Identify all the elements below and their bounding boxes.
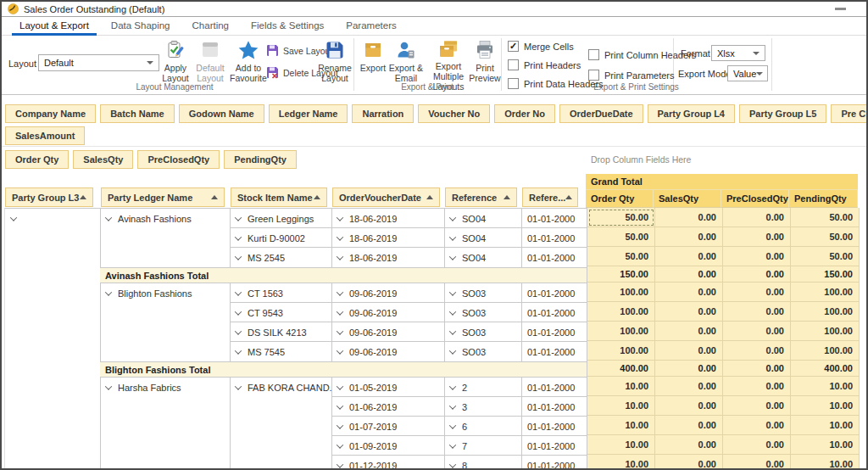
field-chip-narration[interactable]: Narration [352, 104, 414, 123]
expand-icon[interactable] [10, 214, 17, 221]
field-chip-orderduedate[interactable]: OrderDueDate [559, 104, 643, 123]
field-chip-godown-name[interactable]: Godown Name [179, 104, 264, 123]
value-cell[interactable]: 0.00 [723, 247, 791, 266]
value-cell[interactable]: 10.00 [587, 455, 655, 470]
expand-icon[interactable] [337, 253, 343, 260]
expand-icon[interactable] [449, 347, 456, 354]
field-chip-salesamount[interactable]: SalesAmount [5, 126, 85, 145]
value-cell[interactable]: 0.00 [655, 455, 723, 470]
row-cell-date[interactable]: 18-06-2019 [331, 248, 444, 267]
row-cell-date[interactable]: 09-06-2019 [331, 342, 444, 361]
row-cell-ref2[interactable]: 01-01-2000 [521, 417, 587, 436]
add-to-favourite-button[interactable]: Add to Favourite [229, 39, 268, 87]
value-cell[interactable]: 100.00 [791, 283, 860, 302]
value-header-preclosedqty[interactable]: PreClosedQty [721, 190, 789, 208]
value-cell[interactable]: 10.00 [791, 455, 860, 470]
column-header-reference[interactable]: Reference [445, 187, 517, 207]
expand-icon[interactable] [337, 327, 343, 334]
expand-icon[interactable] [235, 233, 242, 240]
value-cell[interactable]: 10.00 [791, 416, 860, 435]
expand-icon[interactable] [337, 461, 343, 467]
value-cell[interactable]: 0.00 [723, 341, 791, 361]
layout-dropdown[interactable]: Default [38, 54, 159, 71]
expand-icon[interactable] [449, 461, 456, 467]
row-cell-ref[interactable]: 2 [444, 378, 521, 397]
format-dropdown[interactable]: Xlsx [711, 45, 765, 61]
value-cell[interactable]: 10.00 [587, 435, 655, 455]
row-cell-ref[interactable]: 8 [444, 456, 521, 470]
expand-icon[interactable] [449, 214, 456, 221]
value-cell[interactable]: 0.00 [723, 302, 791, 322]
row-cell-date[interactable]: 01-09-2019 [331, 436, 444, 456]
value-header-pendingqty[interactable]: PendingQty [789, 190, 858, 208]
row-cell-stock[interactable]: MS 2545 [230, 248, 331, 267]
row-cell-ref2[interactable]: 01-01-2000 [521, 228, 587, 248]
row-cell-ref[interactable]: SO03 [444, 283, 521, 303]
value-cell[interactable]: 150.00 [587, 266, 655, 283]
row-cell-ref[interactable]: SO03 [444, 342, 521, 361]
value-cell[interactable]: 50.00 [587, 208, 655, 227]
row-cell-stock[interactable]: FAB KORA CHAND... [230, 378, 331, 397]
value-cell[interactable]: 0.00 [655, 227, 723, 247]
value-cell[interactable]: 400.00 [791, 361, 860, 377]
column-header-refere[interactable]: Refere... [522, 187, 578, 207]
expand-icon[interactable] [235, 253, 242, 260]
value-cell[interactable]: 100.00 [587, 302, 655, 322]
column-header-ordervoucherdate[interactable]: OrderVoucherDate [332, 187, 440, 207]
value-header-salesqty[interactable]: SalesQty [654, 190, 721, 208]
measure-chip-order-qty[interactable]: Order Qty [5, 150, 69, 169]
row-cell-date[interactable]: 09-06-2019 [331, 303, 444, 322]
row-cell-stock[interactable]: MS 7545 [230, 342, 331, 361]
print-parameters-checkbox[interactable]: Print Parameters [588, 70, 675, 81]
apply-layout-button[interactable]: Apply Layout [159, 39, 192, 87]
value-cell[interactable]: 100.00 [587, 322, 655, 341]
value-cell[interactable]: 10.00 [587, 377, 655, 396]
expand-icon[interactable] [235, 214, 242, 221]
row-cell-ledger[interactable]: Avinash Fashions [100, 209, 230, 228]
expand-icon[interactable] [337, 402, 343, 409]
expand-icon[interactable] [449, 288, 456, 295]
row-cell-ref[interactable]: SO04 [444, 228, 521, 248]
group-total-row[interactable]: Avinash Fashions Total [100, 267, 587, 283]
row-cell-stock[interactable]: Kurti D-90002 [230, 228, 331, 248]
expand-icon[interactable] [235, 327, 242, 334]
value-cell[interactable]: 0.00 [655, 266, 723, 283]
value-cell[interactable]: 0.00 [723, 416, 791, 435]
value-cell[interactable]: 0.00 [723, 455, 791, 470]
value-cell[interactable]: 0.00 [723, 396, 791, 416]
value-cell[interactable]: 0.00 [723, 361, 791, 377]
value-cell[interactable]: 10.00 [587, 396, 655, 416]
row-cell-date[interactable]: 18-06-2019 [331, 209, 444, 228]
row-cell-ref[interactable]: 3 [444, 397, 521, 417]
row-cell-date[interactable]: 18-06-2019 [331, 228, 444, 248]
tab-parameters[interactable]: Parameters [335, 17, 407, 36]
tab-layout-export[interactable]: Layout & Export [8, 17, 100, 36]
row-cell-ref2[interactable]: 01-01-2000 [521, 378, 587, 397]
value-cell[interactable]: 0.00 [655, 208, 723, 227]
field-chip-pre-close-reason[interactable]: Pre Close Reason [831, 104, 868, 123]
row-cell-ref[interactable]: SO04 [444, 248, 521, 267]
print-headers-checkbox[interactable]: Print Headers [508, 59, 581, 70]
value-cell[interactable]: 100.00 [791, 302, 860, 322]
export-button[interactable]: Export [358, 39, 388, 87]
field-chip-company-name[interactable]: Company Name [5, 104, 96, 123]
value-cell[interactable]: 0.00 [723, 208, 791, 227]
value-cell[interactable]: 0.00 [723, 266, 791, 283]
value-cell[interactable]: 50.00 [791, 208, 860, 227]
measure-chip-salesqty[interactable]: SalesQty [73, 150, 133, 169]
row-cell-ref2[interactable]: 01-01-2000 [521, 322, 587, 342]
field-chip-party-group-l5[interactable]: Party Group L5 [739, 104, 826, 123]
value-cell[interactable]: 50.00 [791, 227, 860, 247]
expand-icon[interactable] [449, 233, 456, 240]
value-cell[interactable]: 0.00 [655, 341, 723, 361]
value-header-order-qty[interactable]: Order Qty [586, 190, 654, 208]
row-cell-ref2[interactable]: 01-01-2000 [521, 209, 587, 228]
row-cell-ref2[interactable]: 01-01-2000 [521, 436, 587, 456]
expand-icon[interactable] [449, 383, 456, 389]
value-cell[interactable]: 100.00 [587, 341, 655, 361]
row-cell-date[interactable]: 01-12-2019 [331, 456, 444, 470]
row-cell-ref2[interactable]: 01-01-2000 [521, 397, 587, 417]
expand-icon[interactable] [235, 347, 242, 354]
expand-icon[interactable] [337, 214, 343, 221]
expand-icon[interactable] [449, 308, 456, 315]
